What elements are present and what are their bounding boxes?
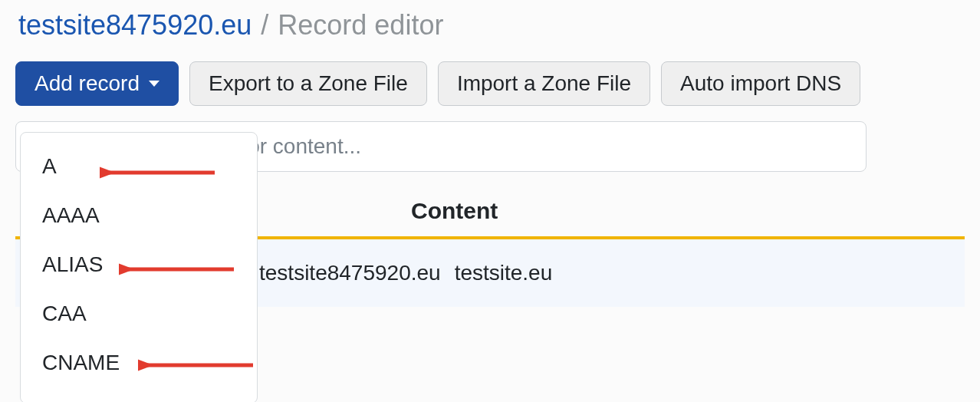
row-content: testsite.eu xyxy=(455,261,553,285)
caret-down-icon xyxy=(149,81,159,87)
export-zone-button[interactable]: Export to a Zone File xyxy=(189,61,427,106)
dropdown-item-a[interactable]: A xyxy=(21,142,257,191)
breadcrumb-page-label: Record editor xyxy=(278,9,443,41)
add-record-label: Add record xyxy=(35,73,140,94)
dropdown-item-aaaa[interactable]: AAAA xyxy=(21,191,257,240)
column-header-content: Content xyxy=(411,198,498,223)
dropdown-item-caa[interactable]: CAA xyxy=(21,289,257,338)
toolbar: Add record Export to a Zone File Import … xyxy=(15,61,965,106)
breadcrumb-domain-link[interactable]: testsite8475920.eu xyxy=(18,9,252,41)
add-record-dropdown: A AAAA ALIAS CAA CNAME xyxy=(20,132,258,402)
breadcrumb: testsite8475920.eu / Record editor xyxy=(15,9,965,41)
dropdown-item-cname[interactable]: CNAME xyxy=(21,338,257,387)
breadcrumb-separator: / xyxy=(259,9,270,41)
import-zone-button[interactable]: Import a Zone File xyxy=(438,61,650,106)
auto-import-dns-button[interactable]: Auto import DNS xyxy=(661,61,860,106)
dropdown-item-alias[interactable]: ALIAS xyxy=(21,240,257,289)
page-root: testsite8475920.eu / Record editor Add r… xyxy=(0,0,980,402)
add-record-button[interactable]: Add record xyxy=(15,61,179,106)
row-name: testsite8475920.eu xyxy=(259,261,441,285)
